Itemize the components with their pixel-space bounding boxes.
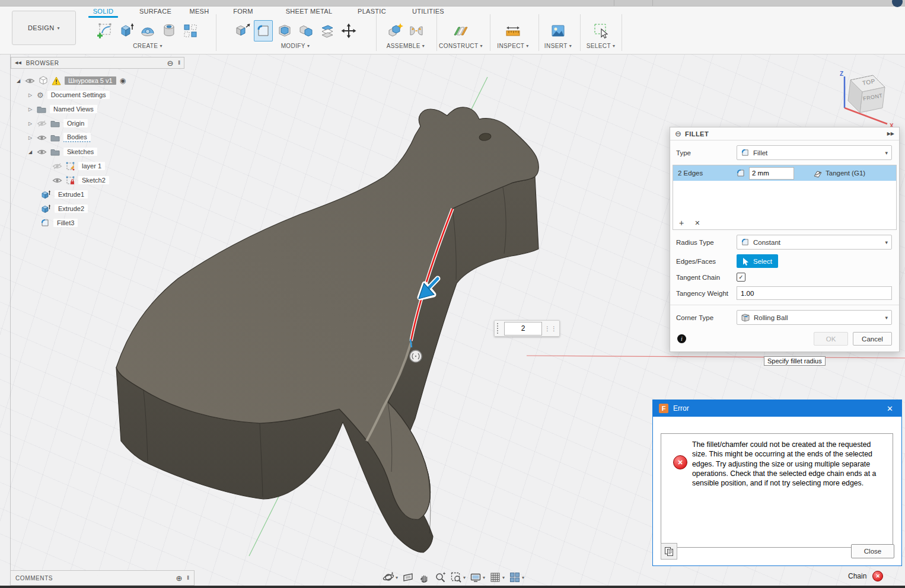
ok-button[interactable]: OK bbox=[814, 332, 848, 346]
close-icon[interactable]: ✕ bbox=[884, 404, 896, 413]
panel-grip-icon[interactable]: ‖ bbox=[178, 60, 180, 66]
measure-icon[interactable] bbox=[504, 20, 522, 41]
tree-item-label[interactable]: Sketch2 bbox=[78, 176, 109, 184]
extrude-icon[interactable] bbox=[117, 20, 136, 41]
corner-type-dropdown[interactable]: Rolling Ball ▾ bbox=[737, 310, 892, 325]
edge-list-empty-area[interactable] bbox=[673, 181, 896, 216]
fillet-badge-icon[interactable] bbox=[410, 350, 422, 362]
minimize-dialog-icon[interactable]: ⊖ bbox=[675, 129, 681, 138]
model-side-faces[interactable] bbox=[116, 177, 538, 552]
undock-dialog-icon[interactable]: ▶▶ bbox=[887, 131, 894, 136]
fillet-drag-arrow[interactable] bbox=[419, 279, 438, 299]
look-at-icon[interactable] bbox=[402, 571, 414, 583]
orbit-icon[interactable]: ▾ bbox=[383, 571, 398, 583]
tree-item-label[interactable]: Document Settings bbox=[47, 91, 110, 99]
more-options-icon[interactable]: ⋮⋮ bbox=[544, 326, 557, 331]
tree-root-row[interactable]: ◢ Шнуровка 5 v1 ◉ bbox=[11, 74, 184, 88]
activate-component-radio[interactable]: ◉ bbox=[120, 76, 126, 85]
comments-bar[interactable]: COMMENTS ⊕ ‖ bbox=[10, 570, 195, 586]
revolve-icon[interactable] bbox=[138, 20, 157, 41]
remove-edge-set-button[interactable]: ✕ bbox=[694, 219, 700, 227]
document-root-label[interactable]: Шнуровка 5 v1 bbox=[65, 76, 116, 85]
cancel-button[interactable]: Cancel bbox=[853, 332, 892, 346]
group-label-assemble[interactable]: ASSEMBLE▾ bbox=[387, 43, 425, 49]
tangent-chain-checkbox[interactable]: ✓ bbox=[737, 273, 745, 282]
canvas-radius-input[interactable] bbox=[504, 322, 542, 335]
close-button[interactable]: Close bbox=[851, 544, 894, 558]
eye-icon[interactable] bbox=[37, 149, 47, 155]
minimize-panel-icon[interactable]: ⊖ bbox=[167, 59, 173, 68]
tree-item-label[interactable]: Fillet3 bbox=[53, 219, 78, 227]
split-body-icon[interactable] bbox=[318, 20, 337, 41]
expand-closed-icon[interactable]: ▷ bbox=[27, 107, 33, 112]
fit-icon[interactable]: ▾ bbox=[450, 571, 466, 583]
tree-item-label[interactable]: Bodies bbox=[63, 133, 91, 142]
tree-item-sketch2[interactable]: Sketch2 bbox=[11, 173, 184, 187]
expand-open-icon[interactable]: ◢ bbox=[27, 149, 33, 155]
fillet-tool-icon[interactable] bbox=[254, 20, 273, 41]
group-label-inspect[interactable]: INSPECT▾ bbox=[497, 43, 529, 49]
design-workspace-button[interactable]: DESIGN ▾ bbox=[12, 11, 76, 45]
group-label-modify[interactable]: MODIFY▾ bbox=[281, 43, 310, 49]
tab-surface[interactable]: SURFACE bbox=[137, 7, 174, 17]
expand-closed-icon[interactable]: ▷ bbox=[27, 135, 33, 140]
add-edge-set-button[interactable]: + bbox=[679, 219, 684, 227]
pan-icon[interactable] bbox=[418, 571, 430, 583]
insert-canvas-icon[interactable] bbox=[549, 20, 568, 41]
tree-item-extrude1[interactable]: Extrude1 bbox=[11, 187, 184, 202]
grid-settings-icon[interactable]: ▾ bbox=[489, 571, 505, 583]
error-dialog-titlebar[interactable]: F Error ✕ bbox=[653, 400, 901, 417]
pattern-icon[interactable] bbox=[181, 20, 200, 41]
chain-error-icon[interactable]: ✕ bbox=[872, 571, 883, 581]
tree-item-named-views[interactable]: ▷ Named Views bbox=[11, 102, 184, 116]
tab-form[interactable]: FORM bbox=[231, 7, 256, 17]
tree-item-layer1[interactable]: layer 1 bbox=[11, 159, 184, 173]
tangency-weight-input[interactable] bbox=[737, 286, 892, 300]
shell-icon[interactable] bbox=[275, 20, 294, 41]
eye-icon[interactable] bbox=[37, 135, 47, 141]
panel-grip-icon[interactable]: ‖ bbox=[187, 575, 189, 581]
avatar[interactable] bbox=[892, 0, 903, 7]
select-tool-icon[interactable] bbox=[591, 20, 610, 41]
eye-icon[interactable] bbox=[52, 177, 62, 184]
viewports-icon[interactable]: ▾ bbox=[509, 571, 524, 583]
edge-radius-input[interactable] bbox=[749, 167, 794, 180]
browser-header[interactable]: ◀◀ BROWSER ⊖ ‖ bbox=[11, 57, 184, 69]
display-settings-icon[interactable]: ▾ bbox=[470, 571, 485, 583]
joint-icon[interactable] bbox=[407, 20, 426, 41]
group-label-create[interactable]: CREATE▾ bbox=[133, 43, 162, 49]
copy-details-button[interactable] bbox=[661, 543, 677, 560]
eye-hole[interactable] bbox=[479, 133, 491, 142]
tab-sheet-metal[interactable]: SHEET METAL bbox=[284, 7, 334, 17]
selected-edge[interactable] bbox=[411, 209, 452, 341]
tree-item-fillet3[interactable]: Fillet3 bbox=[11, 216, 184, 230]
add-comment-icon[interactable]: ⊕ bbox=[176, 574, 182, 583]
tab-solid[interactable]: SOLID bbox=[86, 7, 120, 17]
eye-off-icon[interactable] bbox=[52, 163, 62, 170]
fillet-dialog-header[interactable]: ⊖ FILLET ▶▶ bbox=[670, 127, 899, 140]
construct-plane-icon[interactable] bbox=[451, 20, 470, 41]
group-label-select[interactable]: SELECT▾ bbox=[587, 43, 616, 49]
tree-item-label[interactable]: Extrude2 bbox=[55, 204, 88, 213]
new-component-icon[interactable] bbox=[385, 20, 404, 41]
tree-item-label[interactable]: Origin bbox=[63, 119, 88, 127]
info-icon[interactable]: i bbox=[677, 334, 686, 343]
tree-item-label[interactable]: Extrude1 bbox=[55, 190, 88, 199]
tab-mesh[interactable]: MESH bbox=[187, 7, 212, 17]
tree-item-origin[interactable]: ▷ Origin bbox=[11, 116, 184, 130]
expand-open-icon[interactable]: ◢ bbox=[15, 78, 21, 84]
zoom-icon[interactable] bbox=[434, 571, 446, 583]
hole-icon[interactable] bbox=[160, 20, 179, 41]
collapse-panel-icon[interactable]: ◀◀ bbox=[15, 60, 21, 65]
tree-item-extrude2[interactable]: Extrude2 bbox=[11, 202, 184, 216]
tree-item-bodies[interactable]: ▷ Bodies bbox=[11, 130, 184, 145]
combine-icon[interactable] bbox=[297, 20, 316, 41]
tab-plastic[interactable]: PLASTIC bbox=[355, 7, 388, 17]
tree-item-label[interactable]: Named Views bbox=[50, 105, 97, 113]
tree-item-label[interactable]: layer 1 bbox=[78, 162, 105, 170]
eye-off-icon[interactable] bbox=[37, 120, 47, 127]
edge-set-row[interactable]: 2 Edges Tangent (G1) bbox=[673, 165, 896, 181]
drag-grip-icon[interactable] bbox=[497, 323, 502, 334]
move-icon[interactable] bbox=[339, 20, 358, 41]
warning-icon[interactable] bbox=[52, 76, 61, 85]
